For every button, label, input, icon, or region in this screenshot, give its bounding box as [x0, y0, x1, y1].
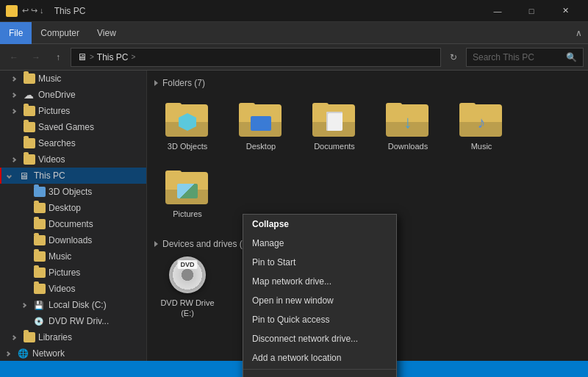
window-title: This PC — [54, 6, 86, 16]
network-icon: 🌐 — [18, 348, 29, 359]
folder-icon — [34, 268, 46, 278]
sidebar-label: Desktop — [49, 203, 81, 213]
sidebar-item-pictures-sub[interactable]: Pictures — [0, 265, 146, 281]
dvd-drive-item[interactable]: DVD DVD RW Drive (E:) — [154, 256, 220, 319]
folder-shade — [239, 122, 282, 137]
expand-arrow — [22, 301, 31, 309]
tab-computer[interactable]: Computer — [32, 22, 88, 44]
folder-shade — [459, 122, 502, 137]
content-area: Folders (7) 3D Objects Desktop — [147, 71, 588, 377]
minimize-button[interactable]: — — [481, 0, 514, 22]
sidebar-item-music-sub[interactable]: Music — [0, 248, 146, 265]
forward-button[interactable]: → — [26, 48, 46, 67]
sidebar-item-downloads[interactable]: Downloads — [0, 232, 146, 248]
folders-grid: 3D Objects Desktop Documents — [154, 96, 581, 224]
ctx-item-pin-quick-access[interactable]: Pin to Quick access — [243, 310, 396, 329]
folder-icon — [34, 251, 46, 262]
folder-item-documents[interactable]: Documents — [301, 96, 368, 156]
sidebar-item-videos[interactable]: Videos — [0, 151, 146, 168]
sidebar-label: Music — [49, 251, 71, 262]
quick-access-icons: ↩ ↪ ↓ — [22, 6, 44, 15]
sidebar-label: Pictures — [49, 268, 80, 278]
folder-big-icon — [312, 100, 356, 137]
sidebar-item-onedrive[interactable]: ☁ OneDrive — [0, 87, 146, 103]
ribbon-expand-button[interactable]: ∧ — [569, 22, 588, 44]
sidebar-item-this-pc[interactable]: 🖥 This PC — [0, 168, 146, 184]
tab-view[interactable]: View — [88, 22, 125, 44]
folder-big-icon — [239, 100, 283, 137]
refresh-button[interactable]: ↻ — [444, 48, 463, 67]
search-box[interactable]: Search This PC 🔍 — [466, 48, 584, 67]
search-icon: 🔍 — [566, 52, 577, 62]
address-bar: ← → ↑ 🖥 > This PC > ↻ Search This PC 🔍 — [0, 44, 588, 71]
dvd-icon: DVD — [165, 256, 209, 293]
sidebar-item-local-disk[interactable]: 💾 Local Disk (C:) — [0, 297, 146, 313]
folder-item-downloads[interactable]: Downloads — [375, 96, 441, 156]
ctx-item-open-new-window[interactable]: Open in new window — [243, 291, 396, 310]
sidebar-label: Documents — [49, 219, 93, 229]
folder-big-icon — [165, 100, 209, 137]
expand-arrow — [7, 172, 16, 179]
sidebar-label: Downloads — [49, 235, 92, 245]
ctx-item-add-network[interactable]: Add a network location — [243, 348, 396, 367]
sidebar-item-dvd[interactable]: 💿 DVD RW Driv... — [0, 313, 146, 329]
sidebar-label: Network — [32, 348, 65, 359]
sidebar-item-pictures[interactable]: Pictures — [0, 103, 146, 119]
folder-icon — [24, 138, 35, 148]
close-button[interactable]: ✕ — [548, 0, 582, 22]
ctx-item-pin-to-start[interactable]: Pin to Start — [243, 253, 396, 272]
ctx-item-disconnect[interactable]: Disconnect network drive... — [243, 329, 396, 348]
sidebar-item-music[interactable]: Music — [0, 71, 146, 87]
folder-item-3d-objects[interactable]: 3D Objects — [154, 96, 220, 156]
sidebar-label: Music — [38, 73, 61, 84]
folder-label: Pictures — [173, 209, 202, 219]
dvd-badge: DVD — [177, 260, 197, 269]
expand-arrow — [12, 107, 21, 115]
folder-icon — [24, 73, 35, 84]
sidebar-item-network[interactable]: 🌐 Network — [0, 345, 146, 362]
folder-big-icon — [386, 100, 430, 137]
folder-icon — [34, 235, 46, 245]
maximize-button[interactable]: □ — [514, 0, 548, 22]
folder-item-pictures[interactable]: Pictures — [154, 163, 220, 223]
sidebar-item-videos-sub[interactable]: Videos — [0, 281, 146, 297]
expand-arrow — [12, 75, 21, 82]
folder-icon — [34, 203, 46, 213]
sidebar-item-desktop[interactable]: Desktop — [0, 200, 146, 216]
sidebar-label: Videos — [49, 284, 75, 294]
sidebar-label: Pictures — [38, 106, 70, 116]
context-menu: Collapse Manage Pin to Start Map network… — [243, 214, 397, 377]
path-sep2: > — [132, 53, 136, 61]
main-layout: Music ☁ OneDrive Pictures Saved Games Se… — [0, 71, 588, 377]
expand-arrow — [6, 350, 15, 357]
ctx-item-map-network[interactable]: Map network drive... — [243, 272, 396, 291]
folder-shade — [312, 122, 355, 137]
up-button[interactable]: ↑ — [49, 48, 68, 67]
address-path[interactable]: 🖥 > This PC > — [71, 48, 441, 67]
sidebar-label: Libraries — [38, 332, 72, 342]
sidebar-item-3d-objects[interactable]: 3D Objects — [0, 184, 146, 200]
sidebar-item-searches[interactable]: Searches — [0, 135, 146, 151]
dvd-icon: 💿 — [34, 317, 46, 326]
expand-arrow — [12, 91, 21, 98]
folder-label: Desktop — [246, 141, 276, 151]
dvd-label: DVD RW Drive (E:) — [154, 298, 220, 319]
back-button[interactable]: ← — [4, 48, 24, 67]
sidebar-label: This PC — [34, 170, 65, 181]
tab-file[interactable]: File — [0, 22, 32, 44]
sidebar-item-libraries[interactable]: Libraries — [0, 329, 146, 345]
onedrive-icon: ☁ — [24, 89, 35, 101]
sidebar-item-saved-games[interactable]: Saved Games — [0, 119, 146, 135]
path-sep: > — [90, 53, 94, 61]
folder-item-desktop[interactable]: Desktop — [228, 96, 294, 156]
ctx-item-delete[interactable]: Delete — [243, 371, 396, 377]
devices-header-text: Devices and drives (1) — [162, 239, 250, 249]
app-icon — [6, 5, 18, 17]
ctx-item-manage[interactable]: Manage — [243, 234, 396, 253]
folder-label: 3D Objects — [168, 141, 207, 151]
folder-item-music[interactable]: Music — [448, 96, 514, 156]
ctx-item-collapse[interactable]: Collapse — [243, 215, 396, 234]
sidebar-item-documents[interactable]: Documents — [0, 216, 146, 232]
drive-icon: 💾 — [34, 301, 46, 310]
sidebar-label: OneDrive — [38, 90, 76, 100]
